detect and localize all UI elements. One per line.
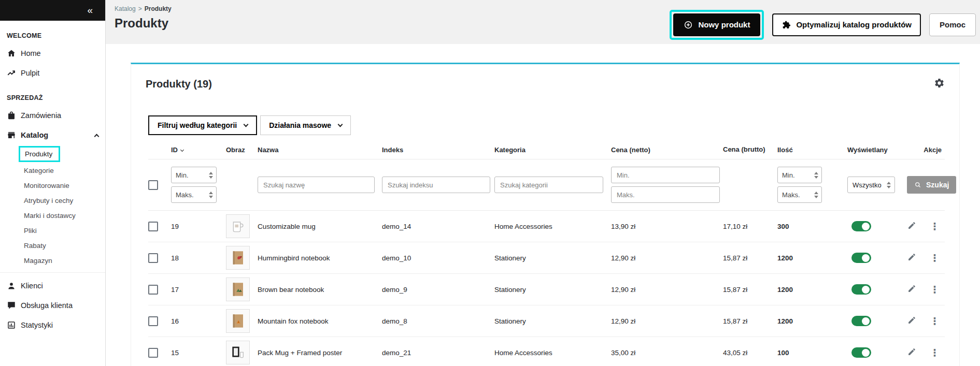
edit-icon[interactable]: [907, 253, 916, 263]
new-product-highlight: Nowy produkt: [670, 10, 764, 40]
products-panel: Produkty (19) Filtruj według kategorii D…: [131, 63, 960, 366]
more-actions-icon[interactable]: [930, 285, 940, 295]
breadcrumb-catalog[interactable]: Katalog: [115, 5, 136, 12]
sidebar-item-discounts[interactable]: Rabaty: [0, 238, 105, 253]
table-row[interactable]: 15 Pack Mug + Framed poster demo_21 Home…: [148, 337, 945, 366]
cell-quantity: 1200: [777, 274, 847, 305]
sidebar-item-brands-suppliers[interactable]: Marki i dostawcy: [0, 208, 105, 223]
search-name-input[interactable]: [258, 177, 375, 193]
select-arrows-icon: [887, 182, 891, 188]
displayed-toggle[interactable]: [851, 284, 871, 295]
breadcrumb-current: Produkty: [145, 5, 172, 12]
gear-icon[interactable]: [934, 78, 945, 91]
more-actions-icon[interactable]: [930, 316, 940, 326]
stepper-arrows-icon[interactable]: [209, 172, 213, 179]
cell-quantity: 1200: [777, 305, 847, 337]
select-all-checkbox[interactable]: [148, 180, 158, 190]
new-product-button[interactable]: Nowy produkt: [673, 13, 760, 36]
more-actions-icon[interactable]: [930, 222, 940, 231]
cell-category: Home Accessories: [494, 211, 611, 242]
displayed-select[interactable]: Wszystko: [847, 177, 895, 193]
cell-category: Stationery: [494, 242, 611, 274]
home-icon: [7, 49, 16, 58]
sidebar-item-catalog[interactable]: Katalog: [0, 125, 105, 145]
id-max-stepper[interactable]: [171, 186, 217, 203]
header-quantity: Ilość: [777, 141, 847, 159]
store-icon: [7, 130, 16, 140]
search-button[interactable]: Szukaj: [907, 176, 956, 194]
nav-section-sales: SPRZEDAŻ: [0, 94, 105, 101]
shopping-bag-icon: [7, 111, 16, 120]
more-actions-icon[interactable]: [930, 253, 940, 263]
filter-by-category-button[interactable]: Filtruj według kategorii: [148, 115, 257, 135]
product-thumbnail-hummingbird-notebook: [226, 246, 250, 270]
search-reference-input[interactable]: [382, 177, 490, 193]
sidebar-item-label: Katalog: [21, 131, 48, 139]
row-checkbox[interactable]: [148, 316, 158, 326]
optimize-catalog-button[interactable]: Optymalizuj katalog produktów: [772, 13, 921, 36]
price-max-input[interactable]: [611, 186, 720, 203]
displayed-toggle[interactable]: [851, 221, 871, 231]
quantity-min-stepper[interactable]: [777, 167, 822, 183]
header-image: Obraz: [226, 141, 258, 159]
sidebar-item-stats[interactable]: Statystyki: [0, 315, 105, 335]
header-id[interactable]: ID: [171, 141, 226, 159]
stepper-arrows-icon[interactable]: [814, 172, 818, 179]
sidebar-item-stock[interactable]: Magazyn: [0, 253, 105, 268]
page-header: Katalog>Produkty Produkty Nowy produkt O…: [106, 0, 980, 44]
bulk-actions-button[interactable]: Działania masowe: [260, 115, 351, 135]
header-name: Nazwa: [258, 141, 382, 159]
edit-icon[interactable]: [907, 347, 916, 358]
sidebar-item-attributes[interactable]: Atrybuty i cechy: [0, 193, 105, 208]
id-max-input[interactable]: [176, 191, 209, 199]
search-category-input[interactable]: [494, 177, 603, 193]
sidebar-item-customers[interactable]: Klienci: [0, 276, 105, 296]
products-highlight: Produkty: [19, 146, 60, 162]
row-checkbox[interactable]: [148, 348, 158, 358]
breadcrumb: Katalog>Produkty: [115, 5, 172, 12]
id-min-input[interactable]: [176, 171, 209, 179]
row-checkbox[interactable]: [148, 285, 158, 295]
help-button[interactable]: Pomoc: [929, 13, 976, 36]
header-actions: Nowy produkt Optymalizuj katalog produkt…: [670, 5, 976, 44]
sidebar-item-label: Pulpit: [21, 69, 39, 77]
stepper-arrows-icon[interactable]: [209, 192, 213, 198]
edit-icon[interactable]: [907, 316, 916, 326]
sidebar-item-label: Obsługa klienta: [21, 301, 73, 310]
row-checkbox[interactable]: [148, 222, 158, 231]
sidebar-collapse-button[interactable]: «: [0, 0, 105, 21]
sidebar-item-monitoring[interactable]: Monitorowanie: [0, 178, 105, 193]
price-min-input[interactable]: [611, 167, 720, 183]
sidebar-item-files[interactable]: Pliki: [0, 223, 105, 238]
sidebar-item-orders[interactable]: Zamówienia: [0, 106, 105, 125]
more-actions-icon[interactable]: [930, 348, 940, 358]
stepper-arrows-icon[interactable]: [814, 192, 818, 198]
table-row[interactable]: 16 Mountain fox notebook demo_8 Statione…: [148, 305, 945, 337]
sidebar-item-categories[interactable]: Kategorie: [0, 163, 105, 178]
edit-icon[interactable]: [907, 221, 916, 231]
table-row[interactable]: 19 Customizable mug demo_14 Home Accesso…: [148, 211, 945, 242]
displayed-toggle[interactable]: [851, 316, 871, 326]
filter-row: Wszystko Szukaj: [148, 159, 945, 211]
sidebar-item-products[interactable]: Produkty: [0, 145, 105, 163]
cell-category: Stationery: [494, 305, 611, 337]
edit-icon[interactable]: [907, 284, 916, 295]
sidebar-item-dashboard[interactable]: Pulpit: [0, 63, 105, 83]
displayed-toggle[interactable]: [851, 253, 871, 263]
optimize-catalog-label: Optymalizuj katalog produktów: [796, 20, 912, 29]
quantity-max-input[interactable]: [782, 191, 814, 199]
cell-id: 17: [171, 274, 226, 305]
quantity-min-input[interactable]: [782, 171, 814, 179]
sidebar-item-home[interactable]: Home: [0, 43, 105, 63]
table-row[interactable]: 18 Hummingbird notebook demo_10 Statione…: [148, 242, 945, 274]
sidebar-item-label: Klienci: [21, 282, 43, 290]
id-min-stepper[interactable]: [171, 167, 217, 183]
sidebar: « WELCOME Home Pulpit SPRZEDAŻ Zamówieni…: [0, 0, 106, 366]
table-row[interactable]: 17 Brown bear notebook demo_9 Stationery…: [148, 274, 945, 305]
quantity-max-stepper[interactable]: [777, 186, 822, 203]
sidebar-item-customer-service[interactable]: Obsługa klienta: [0, 296, 105, 315]
cell-price-gross: 15,87 zł: [723, 242, 777, 274]
displayed-toggle[interactable]: [851, 347, 871, 358]
panel-title: Produkty (19): [146, 78, 212, 90]
row-checkbox[interactable]: [148, 253, 158, 263]
